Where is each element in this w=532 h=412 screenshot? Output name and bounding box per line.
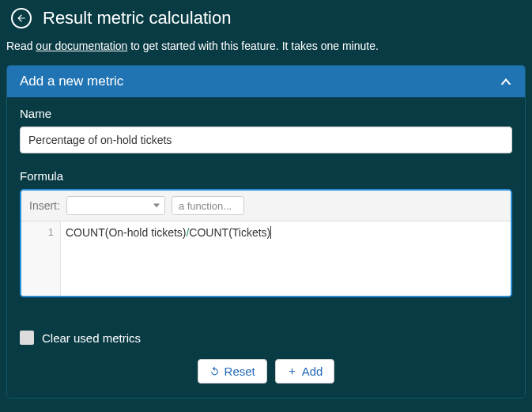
intro-post: to get started with this feature. It tak… — [127, 40, 379, 52]
chevron-up-icon — [500, 77, 512, 86]
reset-label: Reset — [224, 365, 255, 378]
metric-name-input[interactable] — [20, 127, 512, 153]
formula-editor[interactable]: 1 COUNT(On-hold tickets)/COUNT(Tickets) — [21, 221, 511, 296]
add-metric-panel: Add a new metric Name Formula Insert: 1 … — [6, 65, 526, 399]
insert-function-input[interactable] — [172, 196, 244, 215]
add-button[interactable]: Add — [275, 359, 335, 384]
caret-down-icon — [153, 202, 160, 209]
insert-metric-select[interactable] — [66, 196, 165, 215]
formula-box: Insert: 1 COUNT(On-hold tickets)/COUNT(T… — [20, 189, 512, 297]
text-caret — [270, 226, 271, 239]
undo-icon — [209, 366, 220, 376]
insert-toolbar: Insert: — [21, 191, 511, 221]
panel-body: Name Formula Insert: 1 COUNT(On-hold tic… — [7, 97, 525, 398]
documentation-link[interactable]: our documentation — [36, 40, 127, 52]
clear-used-metrics-label: Clear used metrics — [42, 331, 141, 345]
formula-token: COUNT(On-hold tickets) — [66, 226, 186, 239]
intro-pre: Read — [6, 40, 36, 52]
panel-title: Add a new metric — [20, 74, 123, 89]
name-label: Name — [20, 107, 512, 120]
editor-code[interactable]: COUNT(On-hold tickets)/COUNT(Tickets) — [61, 221, 511, 296]
panel-header[interactable]: Add a new metric — [7, 66, 525, 97]
reset-button[interactable]: Reset — [198, 359, 267, 384]
page-title: Result metric calculation — [43, 8, 231, 28]
formula-token: COUNT(Tickets) — [189, 226, 270, 239]
editor-gutter: 1 — [21, 221, 61, 296]
add-label: Add — [302, 365, 323, 378]
back-button[interactable] — [11, 8, 32, 28]
clear-used-metrics-checkbox[interactable] — [20, 331, 34, 345]
intro-text: Read our documentation to get started wi… — [0, 33, 532, 65]
formula-label: Formula — [20, 169, 512, 183]
arrow-left-icon — [16, 13, 27, 24]
plus-icon — [287, 366, 297, 376]
line-number: 1 — [48, 226, 54, 238]
insert-label: Insert: — [29, 199, 60, 212]
